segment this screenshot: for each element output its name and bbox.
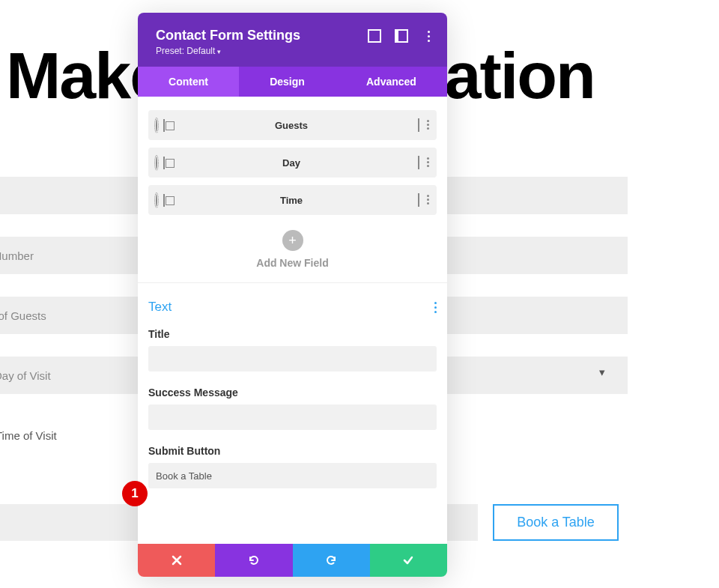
modal-footer bbox=[138, 544, 447, 577]
more-icon[interactable] bbox=[434, 302, 437, 313]
add-field-label: Add New Field bbox=[138, 257, 447, 269]
tab-advanced[interactable]: Advanced bbox=[336, 67, 447, 97]
field-label: Time bbox=[165, 195, 418, 206]
check-icon bbox=[402, 554, 414, 566]
redo-icon bbox=[324, 554, 338, 567]
tab-design[interactable]: Design bbox=[239, 67, 336, 97]
field-row-time[interactable]: Time bbox=[148, 185, 437, 215]
submit-label: Submit Button bbox=[148, 445, 437, 457]
field-label: Guests bbox=[165, 120, 418, 131]
gear-icon[interactable] bbox=[156, 157, 157, 169]
more-icon[interactable] bbox=[427, 157, 429, 169]
title-label: Title bbox=[148, 328, 437, 340]
undo-button[interactable] bbox=[215, 544, 292, 577]
submit-input[interactable] bbox=[148, 463, 437, 488]
preset-dropdown[interactable]: Preset: Default bbox=[156, 46, 429, 56]
close-button[interactable] bbox=[138, 544, 215, 577]
trash-icon[interactable] bbox=[418, 157, 419, 169]
gear-icon[interactable] bbox=[156, 120, 157, 131]
field-row-day[interactable]: Day bbox=[148, 148, 437, 178]
more-icon[interactable] bbox=[427, 120, 429, 131]
more-icon[interactable] bbox=[427, 195, 429, 206]
add-field-button[interactable]: + bbox=[282, 230, 303, 251]
close-icon bbox=[172, 555, 182, 566]
save-button[interactable] bbox=[370, 544, 447, 577]
snap-icon[interactable] bbox=[395, 29, 408, 43]
tab-content[interactable]: Content bbox=[138, 67, 239, 97]
trash-icon[interactable] bbox=[418, 120, 419, 131]
modal-tabs: Content Design Advanced bbox=[138, 67, 447, 97]
text-section-title[interactable]: Text bbox=[148, 300, 172, 315]
title-input[interactable] bbox=[148, 346, 437, 372]
field-row-guests[interactable]: Guests bbox=[148, 110, 437, 140]
trash-icon[interactable] bbox=[418, 195, 419, 206]
expand-icon[interactable] bbox=[368, 29, 381, 43]
copy-icon[interactable] bbox=[163, 195, 165, 206]
chevron-down-icon: ▾ bbox=[599, 366, 605, 379]
annotation-badge: 1 bbox=[122, 481, 148, 506]
redo-button[interactable] bbox=[293, 544, 370, 577]
undo-icon bbox=[247, 554, 261, 567]
modal-header: Contact Form Settings Preset: Default bbox=[138, 13, 447, 67]
more-icon[interactable] bbox=[422, 29, 435, 43]
field-label: Day bbox=[165, 157, 418, 169]
copy-icon[interactable] bbox=[163, 120, 165, 131]
settings-modal: Contact Form Settings Preset: Default Co… bbox=[138, 13, 447, 577]
success-label: Success Message bbox=[148, 387, 437, 398]
gear-icon[interactable] bbox=[156, 195, 157, 206]
copy-icon[interactable] bbox=[163, 157, 165, 169]
success-input[interactable] bbox=[148, 404, 437, 430]
book-table-button[interactable]: Book a Table bbox=[493, 504, 619, 541]
